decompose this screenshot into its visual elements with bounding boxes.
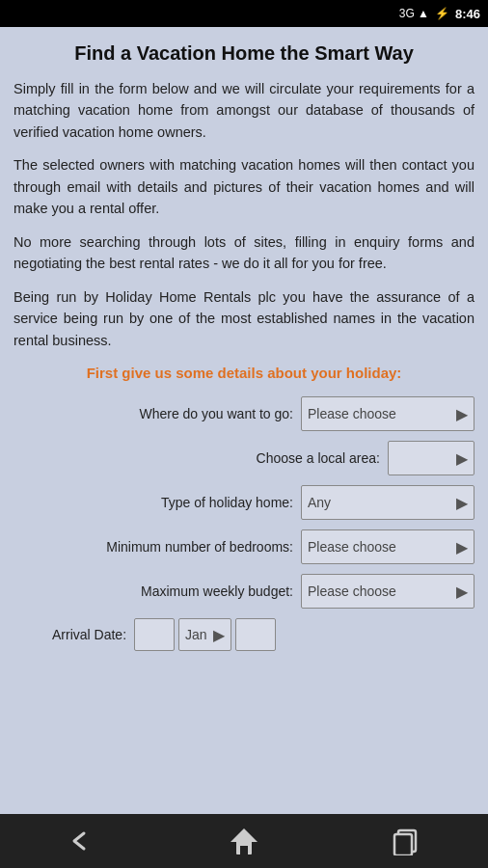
arrival-month-value: Jan: [185, 627, 207, 642]
month-arrow: ▶: [213, 626, 225, 644]
local-area-label: Choose a local area:: [257, 450, 380, 466]
description-1: Simply fill in the form below and we wil…: [14, 78, 474, 143]
bedrooms-row: Minimum number of bedrooms: Please choos…: [14, 529, 474, 564]
description-3: No more searching through lots of sites,…: [14, 231, 474, 275]
budget-select[interactable]: Please choose ▶: [301, 574, 474, 609]
holiday-type-label: Type of holiday home:: [161, 495, 293, 510]
bedrooms-value: Please choose: [308, 539, 396, 555]
arrival-label: Arrival Date:: [52, 627, 126, 642]
holiday-type-arrow: ▶: [456, 494, 468, 512]
main-content: Find a Vacation Home the Smart Way Simpl…: [0, 27, 488, 814]
form-section: Where do you want to go: Please choose ▶…: [14, 396, 474, 651]
nav-bar: [0, 814, 488, 868]
home-button[interactable]: [215, 822, 273, 860]
arrival-day-input[interactable]: [134, 618, 175, 651]
arrival-year-input[interactable]: [235, 618, 276, 651]
bedrooms-arrow: ▶: [456, 538, 468, 556]
destination-arrow: ▶: [456, 405, 468, 423]
back-icon: [67, 827, 95, 854]
budget-arrow: ▶: [456, 583, 468, 601]
holiday-type-value: Any: [308, 495, 331, 510]
back-button[interactable]: [52, 822, 110, 860]
holiday-type-row: Type of holiday home: Any ▶: [14, 485, 474, 520]
destination-select[interactable]: Please choose ▶: [301, 396, 474, 431]
budget-label: Maximum weekly budget:: [141, 583, 293, 599]
signal-icon: 3G ▲: [399, 7, 429, 20]
svg-rect-2: [240, 846, 248, 854]
budget-row: Maximum weekly budget: Please choose ▶: [14, 574, 474, 609]
battery-icon: ⚡: [435, 7, 449, 20]
description-2: The selected owners with matching vacati…: [14, 154, 474, 219]
bedrooms-select[interactable]: Please choose ▶: [301, 529, 474, 564]
destination-value: Please choose: [308, 406, 396, 421]
local-area-arrow: ▶: [456, 449, 468, 468]
recents-button[interactable]: [378, 822, 436, 860]
recents-icon: [393, 827, 421, 855]
page-title: Find a Vacation Home the Smart Way: [14, 42, 474, 65]
cta-text: First give us some details about your ho…: [14, 365, 474, 381]
local-area-row: Choose a local area: ▶: [14, 441, 474, 475]
local-area-select[interactable]: ▶: [388, 441, 474, 475]
bedrooms-label: Minimum number of bedrooms:: [106, 539, 293, 555]
clock: 8:46: [455, 7, 480, 21]
destination-row: Where do you want to go: Please choose ▶: [14, 396, 474, 431]
home-icon: [229, 827, 259, 855]
arrival-month-select[interactable]: Jan ▶: [178, 618, 231, 651]
holiday-type-select[interactable]: Any ▶: [301, 485, 474, 520]
status-bar: 3G ▲ ⚡ 8:46: [0, 0, 488, 27]
svg-rect-4: [394, 834, 412, 855]
svg-marker-0: [230, 828, 258, 842]
description-4: Being run by Holiday Home Rentals plc yo…: [14, 286, 474, 351]
arrival-date-row: Arrival Date: Jan ▶: [14, 618, 474, 651]
destination-label: Where do you want to go:: [139, 406, 293, 421]
budget-value: Please choose: [308, 583, 396, 599]
